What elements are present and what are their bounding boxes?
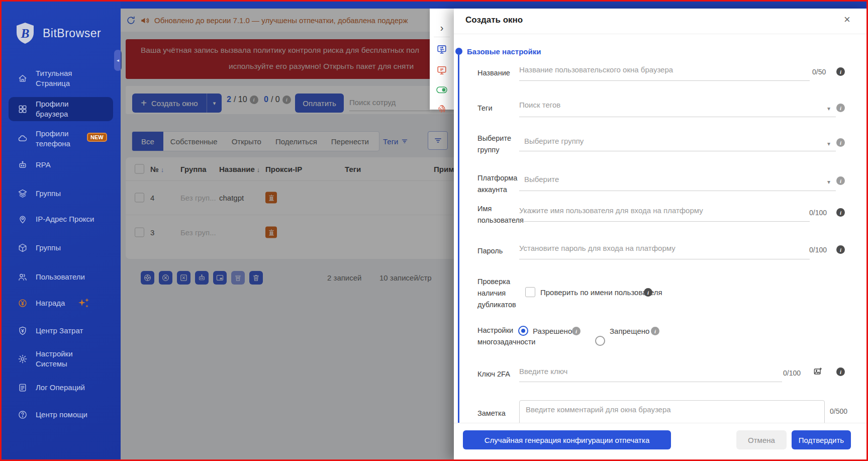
robot-icon	[18, 160, 28, 170]
sidebar-item-label: Пользователи	[36, 272, 85, 282]
tags-select[interactable]: Поиск тегов	[519, 101, 836, 117]
log-document-icon	[18, 383, 28, 393]
strip-toggle-button[interactable]	[430, 85, 454, 95]
sidebar-item-users[interactable]: Пользователи	[9, 268, 113, 286]
sidebar-item-label: RPA	[36, 160, 51, 170]
confirm-button[interactable]: Подтвердить	[792, 430, 851, 449]
chevron-down-icon[interactable]: ▾	[827, 140, 830, 147]
username-counter: 0/100	[809, 209, 827, 217]
question-icon	[18, 410, 28, 420]
sidebar: B BitBrowser Титульная Страница Профили …	[2, 2, 121, 459]
monitor-ip-icon: IP	[436, 65, 447, 76]
reward-coin-icon	[18, 298, 28, 308]
chevron-down-icon[interactable]: ▾	[827, 105, 830, 112]
drawer-footer: Случайная генерация конфигурации отпечат…	[454, 423, 868, 461]
twofa-counter: 0/100	[783, 369, 801, 377]
divider	[434, 37, 450, 37]
sidebar-item-label: Профили браузера	[36, 99, 81, 119]
strip-expand-button[interactable]: ›	[430, 23, 454, 33]
strip-window-sync-button[interactable]	[430, 44, 454, 55]
close-icon[interactable]: ×	[844, 14, 850, 25]
cube-icon	[18, 243, 28, 253]
info-icon[interactable]: i	[836, 138, 845, 147]
info-icon[interactable]: i	[651, 327, 659, 335]
section-dot	[455, 48, 462, 55]
multitask-allowed-radio[interactable]	[518, 326, 528, 336]
chevron-right-icon: ›	[440, 23, 444, 33]
strip-fingerprint-button[interactable]	[430, 104, 454, 115]
home-icon	[18, 73, 28, 83]
sidebar-item-browser-profiles[interactable]: Профили браузера	[9, 97, 113, 121]
info-icon[interactable]: i	[836, 67, 845, 76]
create-window-drawer: Создать окно × Базовые настройки Названи…	[454, 9, 868, 461]
info-icon[interactable]: i	[836, 104, 845, 112]
bitbrowser-shield-icon: B	[14, 22, 37, 45]
sidebar-item-label: Лог Операций	[36, 383, 85, 393]
name-counter: 0/50	[812, 68, 826, 76]
name-input[interactable]: Название пользовательского окна браузера	[519, 65, 810, 81]
sidebar-item-groups[interactable]: Группы	[9, 185, 113, 202]
group-select[interactable]: Выберите группу	[519, 137, 836, 151]
sidebar-item-label: Группы	[36, 243, 61, 253]
layers-icon	[18, 189, 28, 199]
sidebar-item-label: Центр помощи	[36, 410, 87, 420]
fingerprint-icon	[436, 104, 447, 115]
sidebar-item-proxy-ip[interactable]: IP-Адрес Прокси	[9, 211, 113, 228]
svg-text:B: B	[21, 27, 30, 40]
shield-yen-icon	[18, 326, 28, 336]
username-input[interactable]: Укажите имя пользователя для входа на пл…	[519, 206, 810, 222]
multitask-allowed-label[interactable]: Разрешено	[533, 327, 572, 335]
app-logo: B BitBrowser	[14, 22, 101, 45]
sidebar-item-system-settings[interactable]: Настройки Системы	[9, 347, 113, 371]
monitor-transfer-icon	[436, 44, 447, 55]
drawer-header: Создать окно ×	[454, 9, 868, 34]
gear-icon	[18, 354, 28, 364]
cancel-button[interactable]: Отмена	[736, 430, 787, 449]
note-counter: 0/500	[830, 407, 847, 415]
info-icon[interactable]: i	[836, 176, 845, 185]
image-add-icon[interactable]	[813, 366, 823, 377]
users-icon	[18, 272, 28, 282]
sidebar-item-label: Титульная Страница	[36, 68, 81, 88]
toggle-on-icon	[436, 85, 448, 95]
sparkles-icon	[76, 296, 91, 311]
sidebar-item-groups-2[interactable]: Группы	[9, 239, 113, 256]
multitask-forbidden-radio[interactable]	[595, 336, 605, 346]
grid-icon	[18, 104, 28, 114]
random-fingerprint-button[interactable]: Случайная генерация конфигурации отпечат…	[463, 430, 671, 449]
section-title: Базовые настройки	[467, 47, 541, 56]
password-counter: 0/100	[809, 246, 827, 254]
brand-name: BitBrowser	[43, 27, 101, 40]
sidebar-item-help-center[interactable]: Центр помощи	[9, 406, 113, 423]
chevron-down-icon[interactable]: ▾	[827, 178, 830, 186]
collapse-arrow-icon: ◄	[116, 58, 120, 63]
section-line	[458, 55, 459, 423]
svg-text:IP: IP	[440, 68, 444, 71]
sidebar-item-operation-log[interactable]: Лог Операций	[9, 379, 113, 396]
sidebar-item-label: Настройки Системы	[36, 349, 81, 369]
location-pin-icon	[18, 214, 28, 224]
password-input[interactable]: Установите пароль для входа на платформу	[519, 244, 810, 259]
strip-ip-check-button[interactable]: IP	[430, 65, 454, 76]
sidebar-item-cost-center[interactable]: Центр Затрат	[9, 322, 113, 339]
duplicate-checkbox[interactable]	[525, 287, 535, 297]
sidebar-item-label: IP-Адрес Прокси	[36, 214, 94, 224]
sidebar-item-label: Группы	[36, 189, 61, 199]
cloud-icon	[18, 134, 28, 144]
new-badge: NEW	[87, 133, 107, 142]
info-icon[interactable]: i	[836, 367, 845, 376]
sidebar-item-label: Центр Затрат	[36, 326, 83, 336]
sidebar-item-label: Награда	[36, 298, 65, 308]
multitask-forbidden-label[interactable]: Запрещено	[610, 327, 649, 335]
info-icon[interactable]: i	[836, 208, 845, 217]
info-icon[interactable]: i	[836, 245, 845, 254]
twofa-input[interactable]: Введите ключ	[519, 367, 782, 382]
sidebar-item-home[interactable]: Титульная Страница	[9, 67, 113, 90]
sidebar-item-rpa[interactable]: RPA	[9, 156, 113, 173]
sidebar-item-reward[interactable]: Награда	[9, 295, 113, 312]
info-icon[interactable]: i	[572, 327, 581, 335]
app-window: Обновлено до версии 7.1.0 — улучшены отп…	[0, 0, 868, 461]
platform-select[interactable]: Выберите	[519, 175, 836, 191]
drawer-title: Создать окно	[465, 15, 523, 25]
info-icon[interactable]: i	[644, 288, 652, 297]
